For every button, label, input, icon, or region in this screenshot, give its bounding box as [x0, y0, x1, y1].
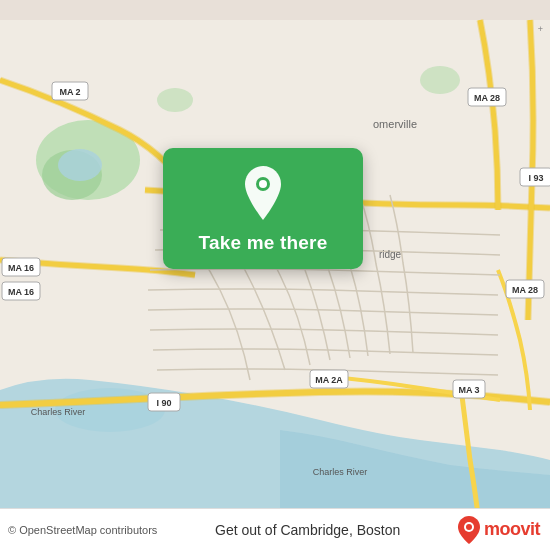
map-container: MA 2 MA 2A MA 28 I 93 MA 16 MA 16 I 90 M…: [0, 0, 550, 550]
svg-text:MA 16: MA 16: [8, 263, 34, 273]
svg-text:MA 28: MA 28: [474, 93, 500, 103]
map-background: MA 2 MA 2A MA 28 I 93 MA 16 MA 16 I 90 M…: [0, 0, 550, 550]
svg-text:ridge: ridge: [379, 249, 402, 260]
location-icon-wrap: [236, 166, 290, 220]
svg-text:MA 28: MA 28: [512, 285, 538, 295]
svg-text:I 90: I 90: [156, 398, 171, 408]
svg-point-33: [259, 180, 267, 188]
svg-point-4: [58, 149, 102, 181]
bottom-bar: © OpenStreetMap contributors Get out of …: [0, 508, 550, 550]
svg-text:+: +: [538, 24, 543, 34]
moovit-pin-icon: [458, 516, 480, 544]
svg-text:Charles River: Charles River: [313, 467, 368, 477]
osm-credit: © OpenStreetMap contributors: [8, 524, 157, 536]
location-pin-icon: [239, 166, 287, 220]
svg-text:MA 2A: MA 2A: [315, 375, 343, 385]
moovit-text: moovit: [484, 519, 540, 540]
svg-text:omerville: omerville: [373, 118, 417, 130]
app-title: Get out of Cambridge, Boston: [215, 522, 400, 538]
svg-text:MA 3: MA 3: [458, 385, 479, 395]
svg-text:Charles River: Charles River: [31, 407, 86, 417]
svg-point-5: [157, 88, 193, 112]
svg-text:MA 2: MA 2: [59, 87, 80, 97]
svg-text:I 93: I 93: [528, 173, 543, 183]
svg-text:MA 16: MA 16: [8, 287, 34, 297]
svg-point-6: [420, 66, 460, 94]
svg-point-35: [466, 524, 472, 530]
action-card[interactable]: Take me there: [163, 148, 363, 269]
moovit-logo: moovit: [458, 516, 540, 544]
action-label: Take me there: [199, 232, 328, 255]
